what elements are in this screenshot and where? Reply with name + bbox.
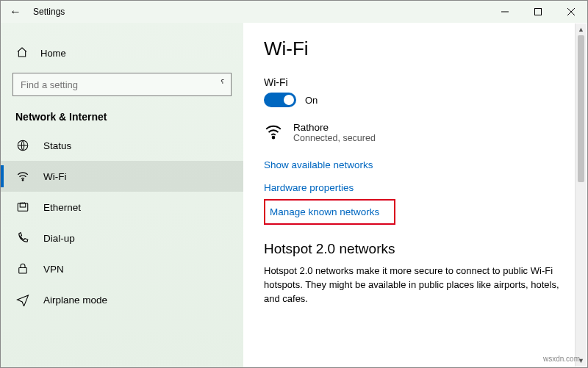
svg-rect-7 xyxy=(20,203,26,207)
wifi-toggle-label: Wi-Fi xyxy=(264,76,567,88)
link-manage-known-networks[interactable]: Manage known networks xyxy=(264,199,395,225)
back-button[interactable]: ← xyxy=(1,5,30,18)
content-pane: Wi-Fi Wi-Fi On Rathore Connected, secure… xyxy=(243,23,587,367)
sidebar-item-label: Airplane mode xyxy=(43,295,107,306)
sidebar-item-label: VPN xyxy=(43,264,64,275)
sidebar-item-label: Dial-up xyxy=(43,233,75,244)
sidebar-section-header: Network & Internet xyxy=(1,96,243,130)
hotspot-heading: Hotspot 2.0 networks xyxy=(264,241,567,257)
title-bar: ← Settings xyxy=(1,1,587,23)
sidebar-home[interactable]: Home xyxy=(1,39,243,67)
settings-window: ← Settings Home ˁ Network & Internet xyxy=(0,0,588,368)
svg-point-9 xyxy=(273,137,275,139)
maximize-button[interactable] xyxy=(521,1,554,23)
vpn-icon xyxy=(15,262,30,275)
airplane-icon xyxy=(15,293,30,306)
sidebar-item-status[interactable]: Status xyxy=(1,130,243,161)
window-title: Settings xyxy=(30,7,488,17)
link-show-available-networks[interactable]: Show available networks xyxy=(264,154,373,176)
search-icon: ˁ xyxy=(220,78,224,90)
vertical-scrollbar[interactable]: ▲ ▼ xyxy=(575,24,587,367)
wifi-signal-icon xyxy=(264,122,283,143)
svg-point-5 xyxy=(22,180,24,181)
window-controls xyxy=(488,1,587,23)
wifi-toggle-row: On xyxy=(264,93,567,107)
sidebar-nav: Status Wi-Fi Ethernet Dial-up VPN xyxy=(1,130,243,315)
wifi-toggle-state: On xyxy=(305,95,318,106)
search-wrapper: ˁ xyxy=(12,73,232,96)
sidebar-item-label: Wi-Fi xyxy=(43,171,66,182)
sidebar-item-airplane[interactable]: Airplane mode xyxy=(1,284,243,315)
sidebar-item-label: Ethernet xyxy=(43,202,81,213)
search-input[interactable] xyxy=(12,73,232,96)
home-icon xyxy=(15,46,29,60)
hotspot-description: Hotspot 2.0 networks make it more secure… xyxy=(264,264,567,306)
sidebar-item-vpn[interactable]: VPN xyxy=(1,253,243,284)
sidebar-item-label: Status xyxy=(43,140,71,151)
current-connection[interactable]: Rathore Connected, secured xyxy=(264,122,567,143)
wifi-links: Show available networks Hardware propert… xyxy=(264,154,567,225)
sidebar-item-wifi[interactable]: Wi-Fi xyxy=(1,161,243,192)
window-body: Home ˁ Network & Internet Status Wi-Fi xyxy=(1,23,587,367)
page-title: Wi-Fi xyxy=(264,37,567,60)
sidebar-item-dialup[interactable]: Dial-up xyxy=(1,223,243,253)
scroll-thumb[interactable] xyxy=(578,35,584,182)
ethernet-icon xyxy=(15,201,30,214)
close-button[interactable] xyxy=(554,1,587,23)
sidebar-item-ethernet[interactable]: Ethernet xyxy=(1,192,243,223)
dialup-icon xyxy=(15,231,30,245)
wifi-toggle[interactable] xyxy=(264,93,296,107)
connection-name: Rathore xyxy=(293,122,376,133)
sidebar: Home ˁ Network & Internet Status Wi-Fi xyxy=(1,23,243,367)
status-icon xyxy=(15,139,30,152)
sidebar-home-label: Home xyxy=(40,48,66,59)
svg-rect-8 xyxy=(19,268,27,274)
svg-rect-1 xyxy=(534,9,541,15)
watermark: wsxdn.com xyxy=(543,355,580,363)
wifi-icon xyxy=(15,170,30,183)
connection-status: Connected, secured xyxy=(293,133,376,143)
connection-text: Rathore Connected, secured xyxy=(293,122,376,143)
minimize-button[interactable] xyxy=(488,1,521,23)
scroll-up-arrow[interactable]: ▲ xyxy=(576,24,587,35)
toggle-knob xyxy=(284,95,294,105)
link-hardware-properties[interactable]: Hardware properties xyxy=(264,176,354,199)
